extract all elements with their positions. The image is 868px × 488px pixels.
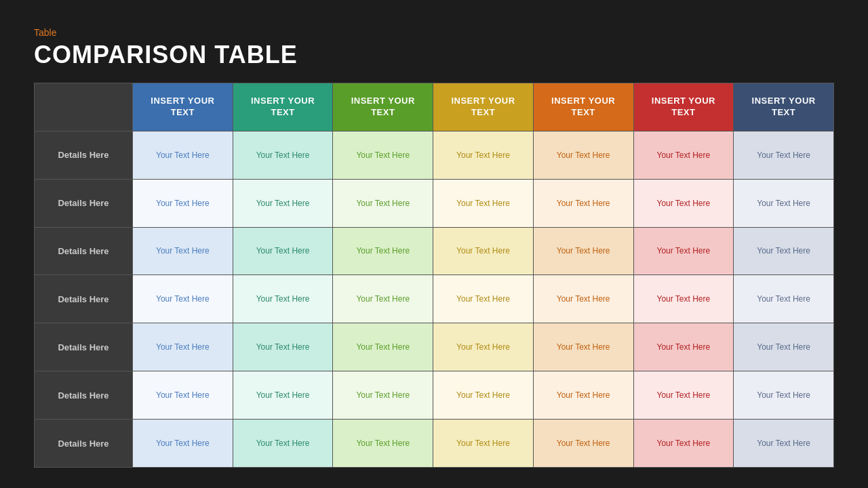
table-cell: Your Text Here <box>233 131 333 179</box>
table-cell: Your Text Here <box>433 275 534 323</box>
table-cell: Your Text Here <box>633 275 734 323</box>
table-cell: Your Text Here <box>433 131 534 179</box>
table-cell: Your Text Here <box>333 420 433 468</box>
table-row: Details HereYour Text HereYour Text Here… <box>35 371 834 420</box>
header-col-6: INSERT YOUR TEXT <box>633 83 734 131</box>
table-row: Details HereYour Text HereYour Text Here… <box>35 227 834 275</box>
table-cell: Your Text Here <box>533 371 633 420</box>
row-label: Details Here <box>35 371 133 420</box>
header-col-1: INSERT YOUR TEXT <box>133 83 233 131</box>
table-cell: Your Text Here <box>433 323 534 371</box>
row-label: Details Here <box>35 131 133 179</box>
table-cell: Your Text Here <box>133 179 233 227</box>
table-cell: Your Text Here <box>533 179 633 227</box>
table-cell: Your Text Here <box>433 371 534 420</box>
table-cell: Your Text Here <box>233 323 333 371</box>
table-row: Details HereYour Text HereYour Text Here… <box>35 420 834 468</box>
row-label: Details Here <box>35 275 133 323</box>
table-cell: Your Text Here <box>333 275 433 323</box>
header-label-col <box>35 83 133 131</box>
row-label: Details Here <box>35 227 133 275</box>
table-cell: Your Text Here <box>333 323 433 371</box>
table-cell: Your Text Here <box>133 323 233 371</box>
table-cell: Your Text Here <box>633 323 734 371</box>
header-label: Table <box>34 27 834 38</box>
table-cell: Your Text Here <box>133 371 233 420</box>
table-container: INSERT YOUR TEXTINSERT YOUR TEXTINSERT Y… <box>34 83 834 468</box>
table-cell: Your Text Here <box>233 420 333 468</box>
table-cell: Your Text Here <box>633 227 734 275</box>
row-label: Details Here <box>35 420 133 468</box>
table-cell: Your Text Here <box>233 179 333 227</box>
table-cell: Your Text Here <box>533 275 633 323</box>
table-cell: Your Text Here <box>433 227 534 275</box>
table-row: Details HereYour Text HereYour Text Here… <box>35 275 834 323</box>
table-cell: Your Text Here <box>734 420 834 468</box>
header-col-7: INSERT YOUR TEXT <box>734 83 834 131</box>
table-cell: Your Text Here <box>533 420 633 468</box>
table-cell: Your Text Here <box>533 323 633 371</box>
table-cell: Your Text Here <box>233 371 333 420</box>
slide: Table COMPARISON TABLE INSERT YOUR TEXTI… <box>0 0 868 488</box>
table-cell: Your Text Here <box>734 179 834 227</box>
table-cell: Your Text Here <box>333 131 433 179</box>
table-cell: Your Text Here <box>433 179 534 227</box>
table-cell: Your Text Here <box>233 275 333 323</box>
table-cell: Your Text Here <box>633 131 734 179</box>
table-cell: Your Text Here <box>333 371 433 420</box>
table-cell: Your Text Here <box>133 131 233 179</box>
row-label: Details Here <box>35 179 133 227</box>
table-cell: Your Text Here <box>734 275 834 323</box>
header-col-5: INSERT YOUR TEXT <box>533 83 633 131</box>
table-row: Details HereYour Text HereYour Text Here… <box>35 179 834 227</box>
table-cell: Your Text Here <box>133 275 233 323</box>
table-cell: Your Text Here <box>533 227 633 275</box>
comparison-table: INSERT YOUR TEXTINSERT YOUR TEXTINSERT Y… <box>34 83 834 468</box>
table-cell: Your Text Here <box>734 227 834 275</box>
table-cell: Your Text Here <box>633 371 734 420</box>
table-cell: Your Text Here <box>633 420 734 468</box>
table-row: Details HereYour Text HereYour Text Here… <box>35 131 834 179</box>
table-cell: Your Text Here <box>333 227 433 275</box>
table-cell: Your Text Here <box>734 323 834 371</box>
table-cell: Your Text Here <box>734 131 834 179</box>
table-cell: Your Text Here <box>633 179 734 227</box>
table-cell: Your Text Here <box>133 227 233 275</box>
table-cell: Your Text Here <box>734 371 834 420</box>
header: Table COMPARISON TABLE <box>34 27 834 69</box>
page-title: COMPARISON TABLE <box>34 41 834 69</box>
table-cell: Your Text Here <box>133 420 233 468</box>
table-cell: Your Text Here <box>433 420 534 468</box>
table-cell: Your Text Here <box>533 131 633 179</box>
table-cell: Your Text Here <box>233 227 333 275</box>
header-col-3: INSERT YOUR TEXT <box>333 83 433 131</box>
header-col-2: INSERT YOUR TEXT <box>233 83 333 131</box>
row-label: Details Here <box>35 323 133 371</box>
table-cell: Your Text Here <box>333 179 433 227</box>
header-col-4: INSERT YOUR TEXT <box>433 83 534 131</box>
table-row: Details HereYour Text HereYour Text Here… <box>35 323 834 371</box>
